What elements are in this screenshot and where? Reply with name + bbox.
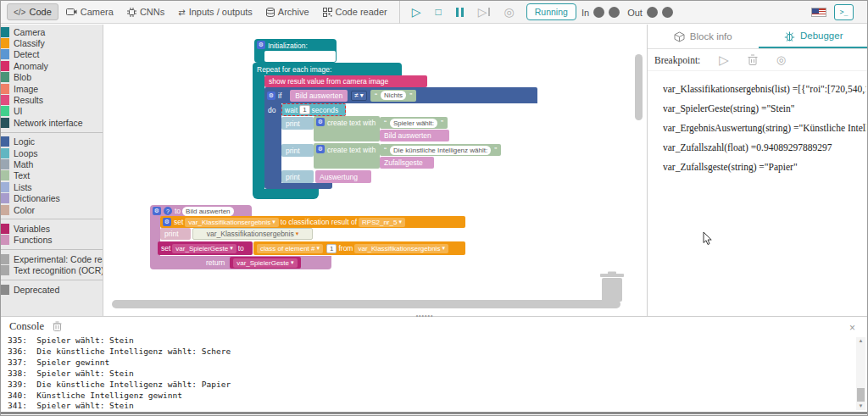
sidebar-item-text-recognition[interactable]: Text recognition (OCR) (1, 264, 103, 275)
text-field[interactable]: Die künstliche Intelligenz wählt: (390, 146, 491, 155)
step-button[interactable]: ▷ (478, 6, 490, 18)
block-call-bild-auswerten-2[interactable]: Bild auswerten (380, 130, 449, 141)
block-set-klassifikationsergebnis[interactable]: ⚙ set var_Klassifikationsergebnis▾ to cl… (160, 216, 465, 228)
gear-icon[interactable]: ⚙ (267, 92, 275, 100)
sidebar-item-image[interactable]: Image (1, 83, 103, 94)
play-button[interactable]: ▷ (412, 6, 421, 18)
sidebar-item-classify[interactable]: Classify (1, 37, 103, 48)
block-show-result-value[interactable]: show result value from camera image (264, 75, 427, 87)
sidebar-item-blob[interactable]: Blob (1, 72, 103, 83)
block-print-function[interactable]: print (160, 228, 191, 240)
function-name-field[interactable]: Bild auswerten (182, 207, 233, 216)
breakpoint-run-icon[interactable]: ▷ (719, 53, 729, 66)
breakpoint-delete-icon[interactable] (748, 54, 758, 65)
sidebar-item-color[interactable]: Color (1, 204, 103, 215)
block-var-spielergeste-return[interactable]: var_SpielerGeste▾ (230, 257, 300, 269)
gear-icon[interactable]: ⚙ (163, 218, 171, 226)
tab-archive[interactable]: Archive (260, 4, 315, 19)
tab-inputs-outputs[interactable]: ⇄ Inputs / outputs (172, 4, 259, 19)
sidebar-item-dictionaries[interactable]: Dictionaries (1, 192, 103, 203)
sidebar-item-camera[interactable]: Camera (1, 26, 103, 37)
block-print-1[interactable]: print (281, 117, 314, 130)
tab-code-label: Code (29, 7, 51, 17)
block-if[interactable]: ⚙ if Bild auswerten ≠ ▾ “ Nichts ” (264, 87, 537, 103)
sidebar-item-functions[interactable]: Functions (1, 235, 103, 246)
target-button[interactable]: ◎ (504, 6, 515, 18)
block-text-nichts[interactable]: “ Nichts ” (370, 90, 416, 102)
language-flag-icon[interactable] (811, 8, 826, 17)
sidebar-item-text[interactable]: Text (1, 170, 103, 181)
console-clear-trash-icon[interactable] (53, 321, 62, 331)
if-block-foot (264, 183, 332, 189)
sidebar-item-variables[interactable]: Variables (1, 223, 103, 234)
block-var-auswertung[interactable]: Auswertung (315, 170, 371, 183)
block-print-2[interactable]: print (281, 144, 314, 157)
gear-icon[interactable]: ⚙ (153, 207, 161, 215)
blockly-workspace[interactable]: ⚙ Initialization: Repeat for each image:… (104, 25, 647, 316)
scroll-up-arrow[interactable]: ▲ (856, 337, 865, 345)
inspector-tabs: Block info Debugger (648, 25, 868, 49)
pause-button[interactable] (456, 8, 464, 17)
sidebar-item-ui[interactable]: UI (1, 106, 103, 117)
text-field[interactable]: Nichts (381, 91, 406, 100)
gear-icon[interactable]: ⚙ (316, 145, 325, 153)
block-text-ki-waehlt[interactable]: “ Die künstliche Intelligenz wählt: ” (380, 144, 501, 156)
block-create-text-2[interactable]: ⚙ create text with (314, 143, 380, 169)
list-op-dropdown[interactable]: class of element #▾ (257, 244, 323, 253)
console-scrollbar[interactable]: ▲ ▼ (856, 337, 865, 410)
trash-icon[interactable] (595, 271, 629, 303)
text-field[interactable]: Spieler wählt: (390, 119, 437, 128)
tab-cnns[interactable]: CNNs (121, 4, 170, 19)
sidebar-item-anomaly[interactable]: Anomaly (1, 60, 103, 71)
sidebar-item-deprecated[interactable]: Deprecated (1, 284, 103, 295)
wait-value-field[interactable]: 1 (299, 105, 309, 114)
variable-dropdown[interactable]: var_SpielerGeste▾ (172, 244, 236, 253)
tab-block-info[interactable]: Block info (648, 25, 759, 48)
stop-button[interactable]: □ (435, 7, 441, 17)
sidebar-item-loops[interactable]: Loops (1, 147, 103, 158)
inspector-panel: Block info Debugger Breakpoint: ▷ ◎ var_… (647, 25, 868, 316)
running-status-badge[interactable]: Running (526, 3, 576, 20)
sidebar-item-experimental-code-reader[interactable]: Experimental: Code reader (1, 253, 103, 264)
gear-icon[interactable]: ⚙ (257, 41, 265, 49)
sidebar-item-results[interactable]: Results (1, 94, 103, 105)
tab-camera[interactable]: Camera (60, 4, 120, 19)
help-icon[interactable]: ? (164, 207, 172, 215)
sidebar-item-network-interface[interactable]: Network interface (1, 117, 103, 128)
console-close-icon[interactable]: × (849, 322, 855, 334)
block-var-klassifikationsergebnis-get[interactable]: var_Klassifikationsergebnis▾ (192, 228, 313, 240)
gear-icon[interactable]: ⚙ (316, 118, 325, 126)
console-resize-handle[interactable]: •••••• (409, 314, 440, 319)
sidebar-item-detect[interactable]: Detect (1, 49, 103, 60)
tab-debugger[interactable]: Debugger (759, 25, 868, 48)
tab-code[interactable]: </> Code (7, 3, 58, 20)
block-text-spieler-waehlt[interactable]: “ Spieler wählt: ” (380, 117, 448, 129)
breakpoint-target-icon[interactable]: ◎ (776, 54, 786, 65)
tab-code-reader[interactable]: Code reader (317, 4, 393, 19)
model-dropdown[interactable]: RPS2_nr_5▾ (359, 218, 405, 227)
bug-icon (784, 31, 795, 42)
sidebar-item-lists[interactable]: Lists (1, 181, 103, 192)
comparison-dropdown[interactable]: ≠ ▾ (351, 91, 367, 101)
sidebar-item-logic[interactable]: Logic (1, 136, 103, 147)
block-wait-seconds[interactable]: wait 1 seconds (281, 103, 346, 116)
terminal-button[interactable]: >_ (834, 4, 854, 20)
scrollbar-thumb[interactable] (857, 388, 865, 402)
scroll-down-arrow[interactable]: ▼ (856, 402, 865, 410)
variable-dropdown[interactable]: var_SpielerGeste▾ (233, 258, 297, 268)
block-class-of-element[interactable]: class of element #▾ 1 from var_Klassifik… (253, 241, 465, 255)
canvas-horizontal-scrollbar[interactable] (112, 300, 620, 308)
block-set-spielergeste[interactable]: set var_SpielerGeste▾ to (158, 241, 253, 255)
block-repeat-for-each-image[interactable]: Repeat for each image: (253, 63, 402, 75)
variable-dropdown[interactable]: var_Klassifikationsergebnis▾ (185, 218, 278, 227)
block-create-text-1[interactable]: ⚙ create text with (314, 116, 380, 141)
console-line: 336: Die künstliche Intelligenz wählt: S… (1, 347, 867, 358)
canvas-vertical-scrollbar[interactable] (635, 54, 643, 120)
block-print-3[interactable]: print (281, 170, 314, 183)
block-call-bild-auswerten[interactable]: Bild auswerten (290, 90, 348, 102)
block-var-zufallsgeste[interactable]: Zufallsgeste (380, 157, 434, 169)
sidebar-item-math[interactable]: Math (1, 158, 103, 169)
variable-dropdown[interactable]: var_Klassifikationsergebnis▾ (354, 244, 448, 253)
index-field[interactable]: 1 (326, 244, 337, 253)
block-function-def-header[interactable]: ⚙ ? to Bild auswerten (150, 205, 252, 217)
